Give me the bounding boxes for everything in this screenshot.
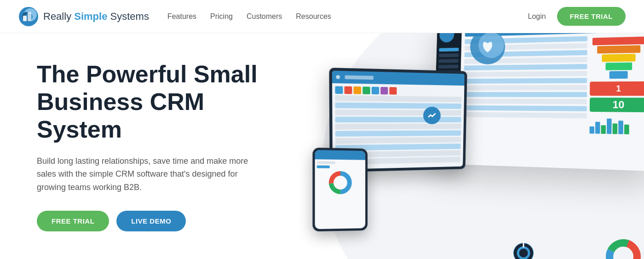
logo-icon <box>18 6 39 27</box>
hero-left: The Powerful Small Business CRM System B… <box>0 61 285 231</box>
svg-rect-4 <box>28 12 31 21</box>
hero-illustration: 1 10 <box>294 33 644 259</box>
login-link[interactable]: Login <box>528 12 546 21</box>
main-nav: Features Pricing Customers Resources <box>167 12 331 21</box>
hero-section: The Powerful Small Business CRM System B… <box>0 33 644 259</box>
hero-headline: The Powerful Small Business CRM System <box>37 61 285 143</box>
nav-right: Login FREE TRIAL <box>528 7 626 26</box>
funnel-chart <box>590 36 644 79</box>
hero-subtext: Build long lasting relationships, save t… <box>37 155 262 194</box>
navbar: Really Simple Systems Features Pricing C… <box>0 0 644 33</box>
nav-pricing[interactable]: Pricing <box>210 12 233 21</box>
hero-live-demo-button[interactable]: LIVE DEMO <box>116 211 186 231</box>
logo-link[interactable]: Really Simple Systems <box>18 6 149 27</box>
free-trial-nav-button[interactable]: FREE TRIAL <box>557 7 626 26</box>
nav-features[interactable]: Features <box>167 12 196 21</box>
hero-buttons: FREE TRIAL LIVE DEMO <box>37 211 285 231</box>
big-card-red: 1 <box>590 81 644 96</box>
svg-rect-3 <box>23 16 27 21</box>
logo-text: Really Simple Systems <box>43 11 149 23</box>
nav-resources[interactable]: Resources <box>296 12 331 21</box>
hero-free-trial-button[interactable]: FREE TRIAL <box>37 211 109 231</box>
big-bar-chart <box>590 115 644 135</box>
nav-customers[interactable]: Customers <box>247 12 282 21</box>
float-donut-chart <box>605 238 642 259</box>
big-card-teal: 10 <box>590 98 644 112</box>
float-ball-2 <box>513 243 534 259</box>
float-heart-icon <box>469 33 506 65</box>
float-ball-1 <box>423 107 441 124</box>
screen-phone <box>312 148 368 231</box>
